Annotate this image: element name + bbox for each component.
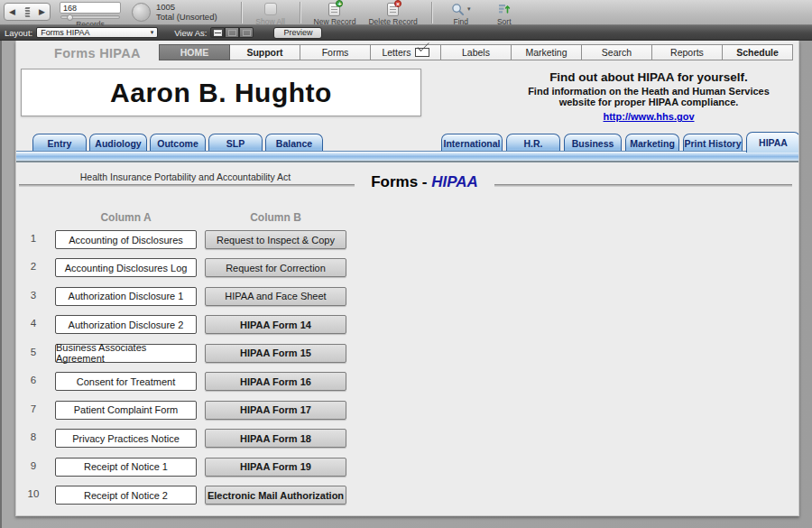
- toolbar-separator: [300, 2, 300, 23]
- tab-label: Letters: [382, 47, 411, 58]
- tab-label: Search: [602, 47, 632, 58]
- find-dropdown-caret-icon[interactable]: ▾: [467, 5, 471, 13]
- column-b-button-7[interactable]: HIPAA Form 17: [205, 401, 346, 420]
- row-number: 9: [22, 460, 45, 471]
- section-title-highlight: HIPAA: [431, 173, 478, 190]
- column-b-button-2[interactable]: Request for Correction: [205, 258, 346, 277]
- magnifier-icon: [451, 3, 465, 16]
- toolbar-separator: [431, 2, 432, 23]
- patient-name-banner[interactable]: Aaron B. Hughto: [21, 69, 421, 116]
- patient-name: Aaron B. Hughto: [110, 78, 332, 108]
- tab-reports[interactable]: Reports: [652, 44, 723, 60]
- table-row: 1Accounting of DisclosuresRequest to Ins…: [16, 230, 395, 249]
- column-b-button-9[interactable]: HIPAA Form 19: [205, 458, 346, 477]
- view-table-button[interactable]: [239, 27, 254, 38]
- column-b-button-1[interactable]: Request to Inspect & Copy: [205, 230, 346, 249]
- delete-record-button[interactable]: × Delete Record: [368, 2, 417, 26]
- row-number: 7: [22, 403, 45, 414]
- tab-marketing[interactable]: Marketing: [512, 44, 582, 60]
- column-a-button-9[interactable]: Receipt of Notice 1: [55, 458, 197, 477]
- tab-support[interactable]: Support: [230, 44, 300, 60]
- record-navigation[interactable]: ◀ ▶: [4, 3, 51, 21]
- view-list-button[interactable]: [225, 27, 239, 38]
- tab-label: Schedule: [736, 47, 779, 58]
- column-a-button-6[interactable]: Consent for Treatment: [55, 372, 197, 391]
- layout-select[interactable]: Forms HIPAA ▾: [36, 27, 158, 38]
- category-tab-business[interactable]: Business: [564, 134, 622, 153]
- column-b-button-8[interactable]: HIPAA Form 18: [205, 429, 346, 448]
- sort-button[interactable]: Sort: [489, 2, 520, 26]
- hipaa-info-headline: Find out about HIPAA for yourself.: [485, 70, 799, 84]
- section-title-prefix: Forms -: [371, 173, 431, 190]
- tab-schedule[interactable]: Schedule: [723, 44, 793, 60]
- category-tab-slp[interactable]: SLP: [208, 134, 263, 153]
- record-slider-thumb[interactable]: [67, 14, 73, 21]
- category-tab-entry[interactable]: Entry: [32, 134, 87, 153]
- column-a-button-2[interactable]: Accounting Disclosures Log: [55, 258, 197, 277]
- row-number: 6: [22, 375, 45, 385]
- table-row: 6Consent for TreatmentHIPAA Form 16: [16, 372, 395, 391]
- section-title: Forms - HIPAA: [355, 173, 494, 191]
- category-tab-h-r-[interactable]: H.R.: [506, 134, 560, 153]
- layout-select-value: Forms HIPAA: [41, 28, 89, 37]
- row-number: 2: [22, 261, 45, 272]
- category-tab-print-history[interactable]: Print History: [683, 134, 743, 153]
- column-a-button-7[interactable]: Patient Complaint Form: [55, 401, 197, 420]
- column-b-button-5[interactable]: HIPAA Form 15: [205, 344, 346, 363]
- category-tab-outcome[interactable]: Outcome: [150, 134, 206, 153]
- tab-label: Reports: [670, 47, 704, 58]
- column-b-button-6[interactable]: HIPAA Form 16: [205, 372, 346, 391]
- tab-label: Labels: [462, 47, 490, 58]
- column-a-button-8[interactable]: Privacy Practices Notice: [55, 429, 197, 448]
- row-number: 8: [22, 431, 45, 442]
- category-tab-bar: EntryAudiologyOutcomeSLPBalanceInternati…: [16, 132, 799, 153]
- delete-record-icon: ×: [387, 3, 399, 16]
- found-set-pie-icon[interactable]: [132, 3, 151, 22]
- category-tab-bar-base: [16, 151, 799, 162]
- envelope-icon: [415, 48, 429, 57]
- new-record-button[interactable]: + New Record: [314, 2, 356, 26]
- column-b-button-10[interactable]: Electronic Mail Authorization: [205, 486, 346, 505]
- column-a-header: Column A: [55, 211, 197, 224]
- column-a-button-1[interactable]: Accounting of Disclosures: [55, 230, 197, 249]
- table-row: 5Business Associates AgreementHIPAA Form…: [16, 344, 395, 363]
- column-b-header: Column B: [205, 211, 346, 224]
- tab-labels[interactable]: Labels: [441, 44, 512, 60]
- category-tab-hipaa[interactable]: HIPAA: [746, 132, 799, 153]
- row-number: 4: [22, 318, 45, 329]
- hhs-gov-link[interactable]: http://www.hhs.gov: [603, 111, 694, 122]
- column-b-button-4[interactable]: HIPAA Form 14: [205, 315, 346, 334]
- tab-search[interactable]: Search: [582, 44, 652, 60]
- current-record-input[interactable]: [60, 2, 121, 14]
- layout-content: Forms HIPAA HOMESupportFormsLettersLabel…: [15, 41, 799, 516]
- column-a-button-4[interactable]: Authorization Disclosure 2: [55, 315, 197, 334]
- record-slider[interactable]: [60, 15, 120, 19]
- tab-label: Support: [246, 47, 282, 58]
- status-toolbar: ◀ ▶ Records 1005 Total (Unsorted) Show A…: [0, 0, 812, 25]
- table-row: 8Privacy Practices NoticeHIPAA Form 18: [16, 429, 395, 448]
- category-tab-audiology[interactable]: Audiology: [89, 134, 147, 153]
- category-tab-international[interactable]: International: [441, 134, 503, 153]
- divider-line: [19, 184, 355, 187]
- tab-forms[interactable]: Forms: [300, 44, 371, 60]
- divider-line: [494, 184, 792, 187]
- column-a-button-5[interactable]: Business Associates Agreement: [55, 344, 197, 363]
- book-spine-icon: [25, 7, 30, 17]
- next-record-icon[interactable]: ▶: [39, 8, 45, 16]
- view-form-button[interactable]: [210, 27, 225, 38]
- tab-label: Forms: [322, 47, 349, 58]
- column-a-button-3[interactable]: Authorization Disclosure 1: [55, 287, 197, 306]
- preview-button[interactable]: Preview: [273, 27, 322, 39]
- tab-home[interactable]: HOME: [159, 44, 230, 60]
- total-count: 1005: [156, 2, 217, 12]
- category-tab-marketing[interactable]: Marketing: [625, 134, 679, 153]
- show-all-button[interactable]: Show All: [255, 2, 286, 26]
- hipaa-info-line3: website for proper HIPAA compliance.: [485, 97, 799, 107]
- previous-record-icon[interactable]: ◀: [9, 8, 15, 16]
- layout-bar: Layout: Forms HIPAA ▾ View As: Preview: [0, 25, 812, 41]
- find-button[interactable]: ▾ Find: [446, 2, 476, 26]
- column-a-button-10[interactable]: Receipt of Notice 2: [55, 486, 197, 505]
- category-tab-balance[interactable]: Balance: [265, 134, 323, 153]
- tab-letters[interactable]: Letters: [371, 44, 441, 60]
- column-b-button-3[interactable]: HIPAA and Face Sheet: [205, 287, 346, 306]
